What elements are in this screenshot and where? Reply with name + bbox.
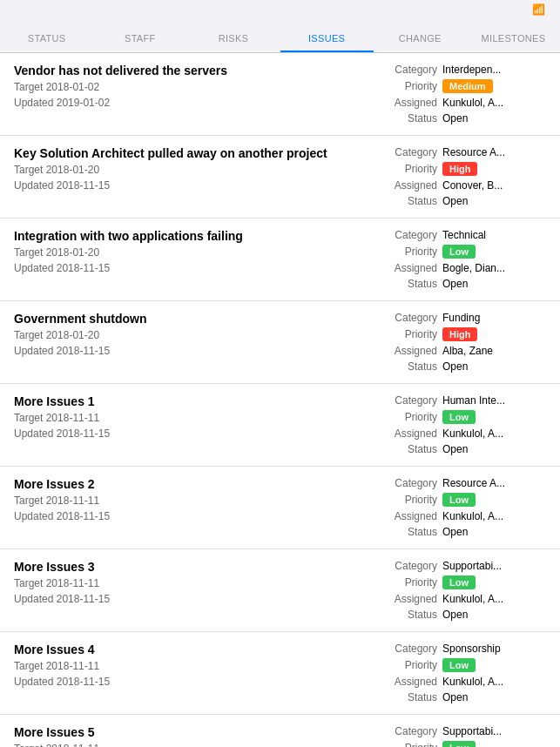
status-label: Status	[389, 691, 437, 703]
priority-badge: Medium	[442, 79, 493, 93]
issue-title: More Issues 4	[14, 643, 381, 656]
issue-right: Category Interdepen... Priority Medium A…	[389, 64, 546, 124]
issue-title: Key Solution Architect pulled away on an…	[14, 146, 381, 160]
issue-target: Target 2018-11-11	[14, 577, 381, 589]
issue-left: More Issues 4 Target 2018-11-11 Updated …	[14, 643, 389, 688]
issue-updated: Updated 2018-11-15	[14, 179, 381, 192]
tab-change[interactable]: CHANGE	[374, 26, 467, 52]
assigned-row: Assigned Kunkulol, A...	[389, 97, 503, 109]
issue-title: More Issues 2	[14, 477, 381, 491]
assigned-row: Assigned Conover, B...	[389, 179, 503, 192]
issue-row[interactable]: More Issues 3 Target 2018-11-11 Updated …	[0, 549, 560, 632]
tab-milestones[interactable]: MILESTONES	[467, 26, 560, 52]
category-label: Category	[389, 477, 437, 489]
category-value: Sponsorship	[442, 643, 501, 655]
priority-badge: High	[442, 327, 477, 341]
priority-row: Priority High	[389, 162, 477, 176]
status-value: Open	[442, 112, 468, 124]
category-value: Funding	[442, 312, 480, 324]
priority-badge: Low	[442, 741, 476, 747]
assigned-label: Assigned	[389, 262, 437, 274]
status-bar: 📶	[0, 0, 560, 19]
priority-badge: Low	[442, 493, 476, 507]
issue-updated: Updated 2018-11-15	[14, 676, 381, 688]
issue-updated: Updated 2018-11-15	[14, 262, 381, 274]
category-value: Technical	[442, 229, 486, 241]
assigned-label: Assigned	[389, 676, 437, 688]
assigned-value: Alba, Zane	[442, 345, 493, 357]
status-row: Status Open	[389, 443, 468, 455]
tab-risks[interactable]: RISKS	[186, 26, 280, 52]
issue-row[interactable]: Integration with two applications failin…	[0, 219, 560, 301]
status-label: Status	[389, 278, 437, 290]
priority-label: Priority	[389, 494, 437, 506]
issue-row[interactable]: More Issues 1 Target 2018-11-11 Updated …	[0, 384, 560, 467]
status-icons: 📶	[532, 3, 550, 16]
assigned-label: Assigned	[389, 593, 437, 605]
status-label: Status	[389, 360, 437, 373]
status-value: Open	[442, 443, 468, 455]
priority-row: Priority Low	[389, 658, 476, 672]
issue-target: Target 2018-11-11	[14, 743, 381, 747]
category-row: Category Funding	[389, 312, 480, 324]
issue-left: More Issues 5 Target 2018-11-11 Updated …	[14, 725, 389, 747]
issue-right: Category Supportabi... Priority Low Assi…	[389, 725, 546, 747]
issue-target: Target 2018-11-11	[14, 412, 381, 424]
issue-updated: Updated 2018-11-15	[14, 593, 381, 605]
tab-staff[interactable]: STAFF	[93, 26, 186, 52]
priority-row: Priority Low	[389, 741, 476, 747]
assigned-row: Assigned Kunkulol, A...	[389, 676, 503, 688]
status-label: Status	[389, 195, 437, 207]
wifi-icon: 📶	[532, 3, 545, 16]
issue-target: Target 2018-01-20	[14, 246, 381, 259]
category-label: Category	[389, 64, 437, 76]
assigned-value: Conover, B...	[442, 179, 503, 192]
status-time	[10, 3, 13, 16]
status-row: Status Open	[389, 195, 468, 207]
issue-title: Vendor has not delivered the servers	[14, 64, 381, 77]
status-label: Status	[389, 112, 437, 124]
issue-row[interactable]: Key Solution Architect pulled away on an…	[0, 136, 560, 219]
category-row: Category Supportabi...	[389, 725, 502, 737]
issue-updated: Updated 2018-11-15	[14, 345, 381, 357]
category-row: Category Supportabi...	[389, 560, 502, 572]
issue-title: More Issues 3	[14, 560, 381, 574]
status-label: Status	[389, 443, 437, 455]
status-row: Status Open	[389, 691, 468, 703]
issues-list: Vendor has not delivered the servers Tar…	[0, 53, 560, 747]
issue-row[interactable]: Vendor has not delivered the servers Tar…	[0, 53, 560, 136]
issue-left: Government shutdown Target 2018-01-20 Up…	[14, 312, 389, 357]
assigned-value: Kunkulol, A...	[442, 676, 503, 688]
header	[0, 19, 560, 26]
priority-badge: High	[442, 162, 477, 176]
issue-title: More Issues 1	[14, 394, 381, 408]
priority-label: Priority	[389, 163, 437, 175]
status-value: Open	[442, 360, 468, 373]
assigned-label: Assigned	[389, 510, 437, 522]
priority-badge: Low	[442, 575, 476, 589]
category-row: Category Resource A...	[389, 146, 505, 158]
tab-issues[interactable]: ISSUES	[280, 26, 374, 52]
issue-row[interactable]: More Issues 2 Target 2018-11-11 Updated …	[0, 467, 560, 549]
issue-right: Category Resource A... Priority Low Assi…	[389, 477, 546, 538]
category-row: Category Human Inte...	[389, 394, 505, 407]
priority-row: Priority Low	[389, 245, 476, 259]
category-label: Category	[389, 229, 437, 241]
issue-row[interactable]: More Issues 4 Target 2018-11-11 Updated …	[0, 632, 560, 715]
issue-row[interactable]: Government shutdown Target 2018-01-20 Up…	[0, 301, 560, 384]
issue-target: Target 2018-01-20	[14, 164, 381, 176]
category-value: Supportabi...	[442, 725, 502, 737]
tab-status[interactable]: STATUS	[0, 26, 93, 52]
category-row: Category Resource A...	[389, 477, 505, 489]
issue-left: Key Solution Architect pulled away on an…	[14, 146, 389, 192]
issue-right: Category Human Inte... Priority Low Assi…	[389, 394, 546, 455]
issue-updated: Updated 2019-01-02	[14, 97, 381, 109]
category-value: Human Inte...	[442, 394, 505, 407]
assigned-label: Assigned	[389, 179, 437, 192]
issue-row[interactable]: More Issues 5 Target 2018-11-11 Updated …	[0, 715, 560, 747]
issue-right: Category Sponsorship Priority Low Assign…	[389, 643, 546, 703]
issue-right: Category Technical Priority Low Assigned…	[389, 229, 546, 290]
category-row: Category Sponsorship	[389, 643, 501, 655]
priority-label: Priority	[389, 328, 437, 340]
priority-label: Priority	[389, 576, 437, 589]
